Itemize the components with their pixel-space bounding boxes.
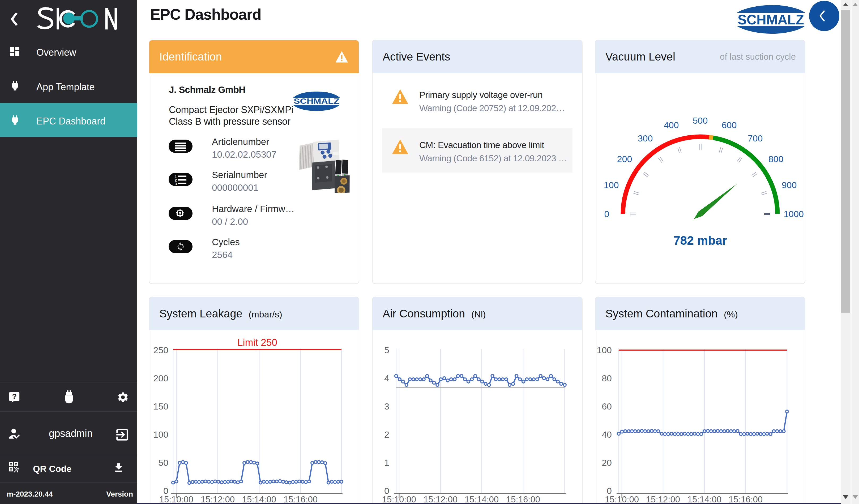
svg-text:20: 20 <box>602 458 612 468</box>
svg-text:15:10:00: 15:10:00 <box>159 494 193 504</box>
svg-text:15:10:00: 15:10:00 <box>382 494 416 504</box>
svg-text:2: 2 <box>384 429 389 440</box>
svg-text:15:16:00: 15:16:00 <box>729 494 763 504</box>
svg-text:15:14:00: 15:14:00 <box>688 494 721 504</box>
svg-text:60: 60 <box>602 401 612 411</box>
svg-text:600: 600 <box>722 120 737 130</box>
svg-text:500: 500 <box>693 116 708 125</box>
svg-text:782 mbar: 782 mbar <box>673 233 727 247</box>
svg-text:250: 250 <box>153 345 168 355</box>
svg-text:1000: 1000 <box>784 209 804 219</box>
svg-text:15:10:00: 15:10:00 <box>605 494 639 504</box>
svg-text:0: 0 <box>604 209 609 219</box>
svg-text:80: 80 <box>602 373 612 383</box>
svg-text:800: 800 <box>768 154 784 164</box>
svg-text:400: 400 <box>664 120 679 130</box>
svg-text:300: 300 <box>638 133 653 143</box>
svg-text:200: 200 <box>153 373 168 383</box>
svg-text:0: 0 <box>607 486 612 496</box>
svg-text:700: 700 <box>748 133 763 143</box>
svg-text:40: 40 <box>602 429 612 440</box>
svg-text:0: 0 <box>384 486 389 496</box>
svg-text:50: 50 <box>158 458 168 468</box>
svg-text:Limit 250: Limit 250 <box>237 337 277 348</box>
svg-text:15:14:00: 15:14:00 <box>242 494 276 504</box>
svg-text:1: 1 <box>384 458 389 468</box>
svg-text:15:16:00: 15:16:00 <box>284 494 318 504</box>
svg-text:15:16:00: 15:16:00 <box>506 494 540 504</box>
svg-text:900: 900 <box>782 180 797 190</box>
svg-text:15:14:00: 15:14:00 <box>465 494 499 504</box>
svg-text:5: 5 <box>384 345 389 355</box>
svg-text:3: 3 <box>384 401 389 411</box>
svg-text:0: 0 <box>163 486 168 496</box>
svg-text:15:12:00: 15:12:00 <box>646 494 680 504</box>
svg-text:200: 200 <box>617 154 632 164</box>
svg-text:100: 100 <box>153 429 168 440</box>
svg-text:4: 4 <box>384 373 389 383</box>
svg-text:150: 150 <box>153 401 168 411</box>
svg-text:100: 100 <box>604 180 619 190</box>
svg-text:15:12:00: 15:12:00 <box>423 494 457 504</box>
svg-text:100: 100 <box>597 345 612 355</box>
svg-text:15:12:00: 15:12:00 <box>201 494 235 504</box>
